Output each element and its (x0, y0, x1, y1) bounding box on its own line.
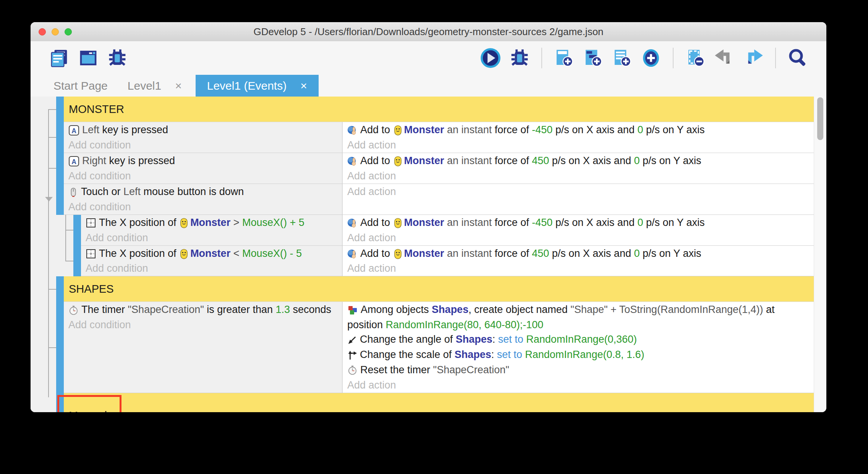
condition-text[interactable]: The X position of Monster > MouseX() + 5 (86, 215, 337, 231)
condition-text[interactable]: Touch or Left mouse button is down (68, 184, 337, 200)
add-condition-link[interactable]: Add condition (68, 169, 337, 183)
event-color-bar (56, 302, 64, 393)
close-tab-icon[interactable]: × (175, 79, 182, 92)
text-run-obj: Shapes (455, 349, 491, 360)
add-circle-icon[interactable] (641, 48, 661, 68)
text-run-t: Among objects (361, 304, 432, 315)
add-action-link[interactable]: Add action (347, 261, 809, 276)
svg-text:A: A (71, 158, 76, 166)
force-icon (347, 153, 358, 168)
scrollbar-thumb[interactable] (817, 97, 823, 140)
monster-icon (394, 215, 402, 230)
text-run-t: p/s on X axis and (549, 155, 634, 166)
undo-icon[interactable] (714, 48, 735, 68)
tree-rail (31, 246, 56, 277)
add-action-link[interactable]: Add action (347, 138, 809, 152)
text-run-expr: 0 (637, 217, 643, 228)
add-action-link[interactable]: Add action (347, 184, 809, 199)
text-run-t: Add to (360, 248, 393, 259)
text-run-expr: 1.3 (275, 304, 290, 315)
conditions-cell[interactable]: The timer "ShapeCreation" is greater tha… (64, 302, 342, 393)
tab-start-page[interactable]: Start Page (50, 75, 111, 97)
remove-event-icon[interactable] (685, 48, 706, 68)
group-header[interactable]: Move shapes (64, 393, 814, 412)
text-run-t: p/s on X axis and (552, 217, 637, 228)
action-text[interactable]: Add to Monster an instant force of -450 … (347, 123, 809, 138)
actions-cell[interactable]: Add to Monster an instant force of -450 … (342, 215, 814, 245)
project-manager-icon[interactable] (49, 48, 70, 68)
add-condition-link[interactable]: Add condition (86, 231, 337, 245)
debug-icon[interactable] (509, 48, 530, 68)
group-header[interactable]: SHAPES (64, 276, 814, 302)
group-header[interactable]: MONSTER (64, 97, 814, 122)
event-row: ALeft key is pressedAdd conditionAdd to … (31, 122, 814, 153)
action-text[interactable]: Add to Monster an instant force of 450 p… (347, 153, 809, 169)
conditions-cell[interactable]: The X position of Monster < MouseX() - 5… (81, 246, 342, 276)
actions-cell[interactable]: Add to Monster an instant force of 450 p… (342, 246, 814, 276)
text-run-t: p/s on X axis and (549, 248, 634, 259)
add-comment-icon[interactable] (612, 48, 632, 68)
event-cells: ARight key is pressedAdd conditionAdd to… (64, 153, 814, 184)
conditions-cell[interactable]: Touch or Left mouse button is downAdd co… (64, 184, 342, 214)
text-run-t: Add to (360, 155, 393, 166)
play-icon[interactable] (480, 48, 501, 68)
action-text[interactable]: Reset the timer "ShapeCreation" (347, 363, 809, 378)
add-condition-link[interactable]: Add condition (68, 138, 337, 152)
condition-text[interactable]: The timer "ShapeCreation" is greater tha… (68, 302, 337, 318)
svg-text:A: A (71, 127, 76, 135)
scrollbar-track[interactable] (814, 97, 826, 412)
action-text[interactable]: Among objects Shapes, create object name… (347, 302, 809, 332)
add-condition-link[interactable]: Add condition (86, 261, 337, 276)
text-run-expr: 450 (532, 155, 549, 166)
condition-text[interactable]: ARight key is pressed (68, 153, 337, 169)
text-run-param: "ShapeCreation" (128, 304, 204, 315)
group-row: SHAPES (31, 276, 814, 302)
actions-cell[interactable]: Add to Monster an instant force of -450 … (342, 122, 814, 153)
condition-text[interactable]: ALeft key is pressed (68, 123, 337, 138)
text-run-obj: Monster (190, 248, 230, 259)
angle-icon (347, 332, 357, 347)
conditions-cell[interactable]: The X position of Monster > MouseX() + 5… (81, 215, 342, 245)
action-text[interactable]: Change the angle of Shapes: set to Rando… (347, 332, 809, 347)
conditions-cell[interactable]: ARight key is pressedAdd condition (64, 153, 342, 184)
add-action-link[interactable]: Add action (347, 231, 809, 245)
create-object-icon (347, 302, 358, 317)
text-run-t: Change the angle of (360, 334, 456, 345)
add-subevent-icon[interactable] (583, 48, 603, 68)
tree-rail (31, 215, 56, 246)
add-action-link[interactable]: Add action (347, 378, 809, 392)
timer-icon (68, 302, 79, 317)
add-condition-link[interactable]: Add condition (68, 318, 337, 332)
search-icon[interactable] (787, 48, 808, 68)
redo-icon[interactable] (743, 48, 764, 68)
sub-event-indent (64, 215, 73, 246)
tab-level1-events-[interactable]: Level1 (Events)× (196, 75, 319, 97)
text-run-t: force of (495, 124, 532, 135)
event-cells: Touch or Left mouse button is downAdd co… (64, 184, 814, 215)
text-run-t: , create object named (468, 304, 570, 315)
desktop-background: GDevelop 5 - /Users/florian/Downloads/ge… (0, 0, 868, 474)
scene-editor-icon[interactable] (78, 48, 99, 68)
event-color-bar (56, 276, 64, 302)
collapse-expander-icon[interactable] (45, 197, 53, 202)
action-text[interactable]: Change the scale of Shapes: set to Rando… (347, 347, 809, 363)
actions-cell[interactable]: Add to Monster an instant force of 450 p… (342, 153, 814, 184)
actions-cell[interactable]: Add action (342, 184, 814, 214)
condition-text[interactable]: The X position of Monster < MouseX() - 5 (86, 246, 337, 261)
text-run-expr: 0 (634, 248, 640, 259)
tab-level1[interactable]: Level1× (125, 75, 185, 97)
debugger-icon[interactable] (107, 48, 128, 68)
text-run-obj: Monster (404, 217, 444, 228)
conditions-cell[interactable]: ALeft key is pressedAdd condition (64, 122, 342, 153)
actions-cell[interactable]: Among objects Shapes, create object name… (342, 302, 814, 393)
close-tab-icon[interactable]: × (300, 79, 307, 92)
add-event-icon[interactable] (554, 48, 574, 68)
title-bar: GDevelop 5 - /Users/florian/Downloads/ge… (31, 22, 826, 42)
action-text[interactable]: Add to Monster an instant force of 450 p… (347, 246, 809, 261)
text-run-obj: Monster (190, 217, 230, 228)
action-text[interactable]: Add to Monster an instant force of -450 … (347, 215, 809, 231)
add-action-link[interactable]: Add action (347, 169, 809, 183)
tree-rail (31, 153, 56, 184)
tree-rail (31, 184, 56, 215)
add-condition-link[interactable]: Add condition (68, 200, 337, 214)
